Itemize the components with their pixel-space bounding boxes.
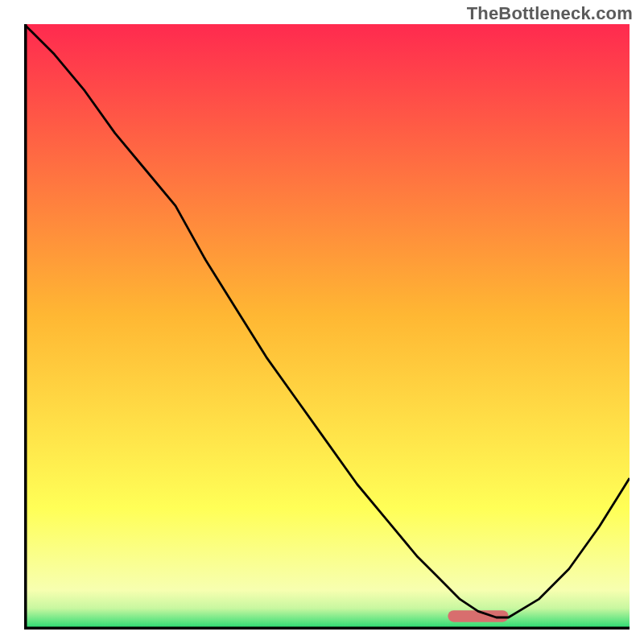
watermark-text: TheBottleneck.com (467, 3, 633, 24)
bottleneck-chart (24, 24, 630, 630)
chart-container (24, 24, 630, 630)
chart-background (24, 24, 630, 630)
